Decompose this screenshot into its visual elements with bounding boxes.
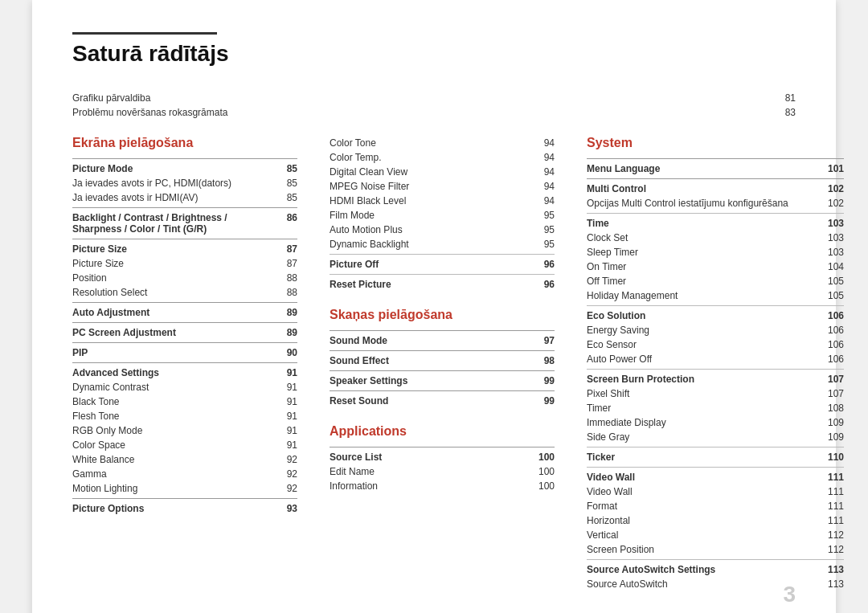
col3-items: Menu Language101Multi Control102Opcijas … [587,158,844,591]
page: Saturā rādītājs Grafiku pārvaldiba81Prob… [32,0,836,613]
toc-item: PC Screen Adjustment89 [72,322,297,340]
toc-item: Auto Power Off106 [587,352,844,366]
toc-item: Speaker Settings99 [330,370,555,388]
toc-item: Energy Saving106 [587,323,844,337]
col1-items: Picture Mode85Ja ievades avots ir PC, HD… [72,158,297,516]
toc-item: Dynamic Backlight95 [330,237,555,251]
toc-item: Opcijas Multi Control iestatījumu konfig… [587,196,844,210]
toc-item: Sound Effect98 [330,350,555,368]
toc-item: Advanced Settings91 [72,362,297,380]
toc-item: Picture Size87 [72,256,297,271]
toc-item: Black Tone91 [72,394,297,409]
toc-item: MPEG Noise Filter94 [330,179,555,194]
col3: System Menu Language101Multi Control102O… [587,136,844,591]
toc-item: Dynamic Contrast91 [72,380,297,394]
toc-item: Picture Mode85 [72,158,297,176]
toc-item: Resolution Select88 [72,285,297,300]
apps-section-title: Applications [330,424,555,439]
page-title: Saturā rādītājs [72,41,796,67]
toc-item: RGB Only Mode91 [72,423,297,438]
toc-item: Color Temp.94 [330,150,555,165]
toc-item: Edit Name100 [330,464,555,479]
toc-item: Format111 [587,499,844,513]
col2-apps-items: Source List100Edit Name100Information100 [330,447,555,493]
toc-item: Motion Lighting92 [72,481,297,496]
toc-item: Video Wall111 [587,484,844,499]
toc-item: Sleep Timer103 [587,245,844,260]
toc-item: Immediate Display109 [587,415,844,430]
toc-item: Source AutoSwitch Settings113 [587,559,844,577]
toc-item: Picture Options93 [72,498,297,516]
toc-item: Video Wall111 [587,467,844,484]
col3-section-title: System [587,136,844,150]
col2: Color Tone94Color Temp.94Digital Clean V… [330,136,555,591]
toc-item: Side Gray109 [587,430,844,444]
toc-item: Reset Picture96 [330,274,555,292]
content-grid: Ekrāna pielāgošana Picture Mode85Ja ieva… [72,136,796,591]
toc-item: Off Timer105 [587,274,844,288]
toc-item: Digital Clean View94 [330,165,555,179]
toc-item: Reset Sound99 [330,390,555,408]
toc-item: Ja ievades avots ir PC, HDMI(dators)85 [72,176,297,190]
toc-item: Time103 [587,213,844,231]
toc-item: White Balance92 [72,452,297,467]
page-number: 3 [783,582,796,607]
toc-item: Color Tone94 [330,136,555,150]
col2-sound-items: Sound Mode97Sound Effect98Speaker Settin… [330,330,555,408]
intro-item: Grafiku pārvaldiba81 [72,91,796,105]
toc-item: Gamma92 [72,467,297,481]
toc-item: Eco Solution106 [587,305,844,323]
toc-item: On Timer104 [587,260,844,274]
toc-item: Position88 [72,271,297,285]
toc-item: HDMI Black Level94 [330,194,555,208]
toc-item: Timer108 [587,401,844,415]
toc-item: Horizontal111 [587,513,844,528]
intro-items: Grafiku pārvaldiba81Problēmu novēršanas … [72,91,796,120]
toc-item: Ja ievades avots ir HDMI(AV)85 [72,190,297,205]
toc-item: Screen Burn Protection107 [587,369,844,386]
toc-item: Film Mode95 [330,208,555,223]
toc-item: Flesh Tone91 [72,409,297,423]
toc-item: Source List100 [330,447,555,464]
col1-section-title: Ekrāna pielāgošana [72,136,297,150]
toc-item: Menu Language101 [587,158,844,176]
toc-item: Screen Position112 [587,542,844,557]
toc-item: Picture Size87 [72,239,297,256]
toc-item: Backlight / Contrast / Brightness / Shar… [72,207,297,236]
toc-item: PIP90 [72,342,297,360]
sound-section-title: Skaņas pielāgošana [330,308,555,322]
col2-top-items: Color Tone94Color Temp.94Digital Clean V… [330,136,555,292]
toc-item: Color Space91 [72,438,297,452]
toc-item: Clock Set103 [587,231,844,245]
intro-item: Problēmu novēršanas rokasgrāmata83 [72,105,796,120]
toc-item: Sound Mode97 [330,330,555,348]
toc-item: Multi Control102 [587,178,844,196]
toc-item: Information100 [330,479,555,493]
toc-item: Picture Off96 [330,254,555,272]
toc-item: Eco Sensor106 [587,337,844,352]
toc-item: Source AutoSwitch113 [587,577,844,591]
toc-item: Pixel Shift107 [587,386,844,401]
toc-item: Holiday Management105 [587,288,844,303]
toc-item: Vertical112 [587,528,844,542]
col1: Ekrāna pielāgošana Picture Mode85Ja ieva… [72,136,297,591]
toc-item: Auto Motion Plus95 [330,223,555,237]
title-bar [72,32,217,35]
toc-item: Auto Adjustment89 [72,302,297,320]
toc-item: Ticker110 [587,447,844,464]
